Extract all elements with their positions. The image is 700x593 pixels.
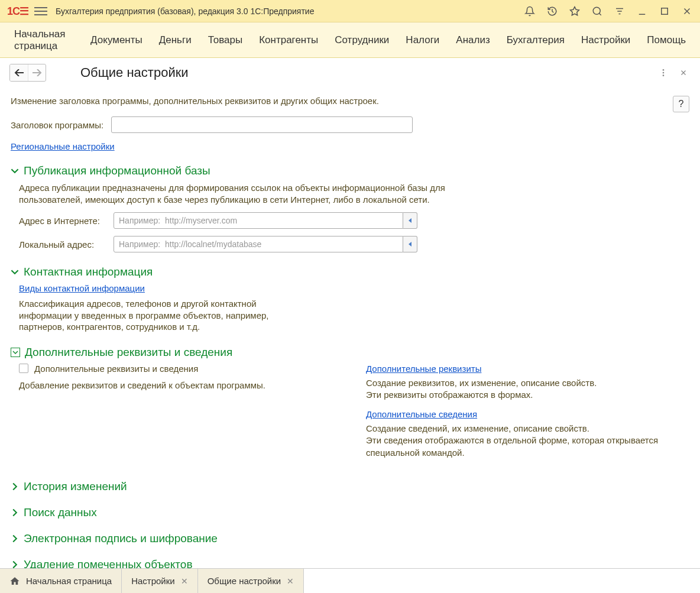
chevron-down-box-icon (11, 348, 20, 357)
menu-icon[interactable] (34, 5, 47, 18)
regional-settings-link[interactable]: Региональные настройки (11, 141, 115, 151)
program-title-input[interactable] (111, 116, 413, 133)
publication-desc: Адреса публикации предназначены для форм… (19, 182, 468, 205)
internet-address-goto-button[interactable] (403, 212, 417, 229)
chevron-right-icon (11, 482, 19, 491)
menu-item-counterparties[interactable]: Контрагенты (259, 34, 318, 46)
local-address-label: Локальный адрес: (19, 239, 114, 249)
chevron-right-icon (11, 560, 19, 568)
section-publication: Публикация информационной базы Адреса пу… (11, 164, 689, 252)
section-history: История изменений (11, 480, 689, 493)
history-icon[interactable] (546, 5, 558, 17)
section-contact-title: Контактная информация (24, 265, 153, 278)
back-button[interactable] (10, 64, 28, 81)
section-signature-header[interactable]: Электронная подпись и шифрование (11, 532, 689, 545)
section-search: Поиск данных (11, 506, 689, 519)
content-header: Общие настройки (0, 58, 700, 88)
svg-point-12 (663, 74, 665, 76)
svg-line-2 (599, 13, 601, 15)
section-history-header[interactable]: История изменений (11, 480, 689, 493)
bell-icon[interactable] (524, 5, 536, 17)
tab-settings-close[interactable]: ✕ (181, 576, 188, 586)
section-additional: Дополнительные реквизиты и сведения Допо… (11, 346, 689, 467)
page-description: Изменение заголовка программы, дополните… (11, 96, 673, 106)
menu-item-money[interactable]: Деньги (159, 34, 192, 46)
tab-general-label: Общие настройки (208, 576, 281, 586)
program-title-label: Заголовок программы: (11, 120, 111, 130)
close-icon[interactable] (676, 66, 691, 80)
maximize-icon[interactable] (659, 5, 670, 17)
section-contact: Контактная информация Виды контактной ин… (11, 265, 689, 333)
chevron-down-icon (11, 167, 19, 175)
additional-checkbox-label: Дополнительные реквизиты и сведения (34, 364, 198, 374)
minimize-icon[interactable] (636, 5, 648, 17)
additional-info-desc: Создание сведений, их изменение, описани… (366, 423, 689, 459)
contact-desc: Классификация адресов, телефонов и друго… (19, 298, 279, 333)
local-address-input[interactable] (114, 236, 403, 252)
tab-settings[interactable]: Настройки ✕ (122, 569, 198, 593)
additional-info-link[interactable]: Дополнительные сведения (366, 409, 477, 419)
app-title: Бухгалтерия предприятия (базовая), редак… (56, 7, 524, 16)
internet-address-label: Адрес в Интернете: (19, 216, 114, 226)
section-deletion-header[interactable]: Удаление помеченных объектов (11, 558, 689, 568)
tab-home[interactable]: Начальная страница (0, 569, 122, 593)
menu-item-taxes[interactable]: Налоги (406, 34, 439, 46)
tab-general-close[interactable]: ✕ (287, 576, 294, 586)
page-title: Общие настройки (80, 65, 189, 80)
tab-home-label: Начальная страница (26, 576, 112, 586)
filter-icon[interactable] (614, 5, 626, 17)
section-signature-title: Электронная подпись и шифрование (24, 532, 218, 545)
menu-item-help[interactable]: Помощь (647, 34, 686, 46)
section-deletion-title: Удаление помеченных объектов (24, 558, 193, 568)
menu-item-employees[interactable]: Сотрудники (335, 34, 389, 46)
help-button[interactable]: ? (673, 96, 689, 112)
svg-rect-7 (662, 8, 668, 14)
svg-point-11 (663, 72, 665, 74)
bottom-tabs: Начальная страница Настройки ✕ Общие нас… (0, 568, 700, 593)
close-window-icon[interactable] (681, 5, 693, 17)
svg-point-1 (593, 7, 600, 14)
chevron-right-icon (11, 534, 19, 543)
section-additional-header[interactable]: Дополнительные реквизиты и сведения (11, 346, 689, 359)
tab-general-settings[interactable]: Общие настройки ✕ (198, 569, 304, 593)
menu-item-documents[interactable]: Документы (90, 34, 142, 46)
svg-marker-0 (571, 7, 579, 15)
main-menu: Начальная страница Документы Деньги Това… (0, 22, 700, 58)
menu-item-analysis[interactable]: Анализ (456, 34, 490, 46)
additional-req-link[interactable]: Дополнительные реквизиты (366, 364, 481, 374)
menu-item-home[interactable]: Начальная страница (14, 28, 74, 52)
section-contact-header[interactable]: Контактная информация (11, 265, 689, 278)
section-additional-title: Дополнительные реквизиты и сведения (25, 346, 232, 359)
nav-buttons (9, 64, 46, 82)
content-body: Изменение заголовка программы, дополните… (0, 88, 700, 568)
svg-point-10 (663, 69, 665, 71)
section-publication-title: Публикация информационной базы (24, 164, 210, 177)
logo-1c: 1C☰ (7, 5, 28, 18)
additional-checkbox[interactable] (19, 364, 28, 373)
forward-button (28, 64, 46, 81)
section-deletion: Удаление помеченных объектов (11, 558, 689, 568)
home-icon (9, 576, 20, 586)
chevron-down-icon (11, 268, 19, 276)
section-signature: Электронная подпись и шифрование (11, 532, 689, 545)
section-search-header[interactable]: Поиск данных (11, 506, 689, 519)
tab-settings-label: Настройки (131, 576, 175, 586)
titlebar: 1C☰ Бухгалтерия предприятия (базовая), р… (0, 0, 700, 22)
section-publication-header[interactable]: Публикация информационной базы (11, 164, 689, 177)
chevron-right-icon (11, 508, 19, 517)
additional-req-desc: Создание реквизитов, их изменение, описа… (366, 377, 689, 401)
star-icon[interactable] (569, 5, 581, 17)
section-search-title: Поиск данных (24, 506, 97, 519)
search-icon[interactable] (591, 5, 603, 17)
internet-address-input[interactable] (114, 212, 403, 229)
more-icon[interactable] (656, 66, 670, 80)
section-history-title: История изменений (24, 480, 127, 493)
menu-item-accounting[interactable]: Бухгалтерия (507, 34, 565, 46)
local-address-goto-button[interactable] (403, 236, 417, 252)
additional-left-desc: Добавление реквизитов и сведений к объек… (19, 380, 342, 391)
menu-item-goods[interactable]: Товары (208, 34, 242, 46)
contact-types-link[interactable]: Виды контактной информации (19, 283, 145, 293)
menu-item-settings[interactable]: Настройки (581, 34, 630, 46)
